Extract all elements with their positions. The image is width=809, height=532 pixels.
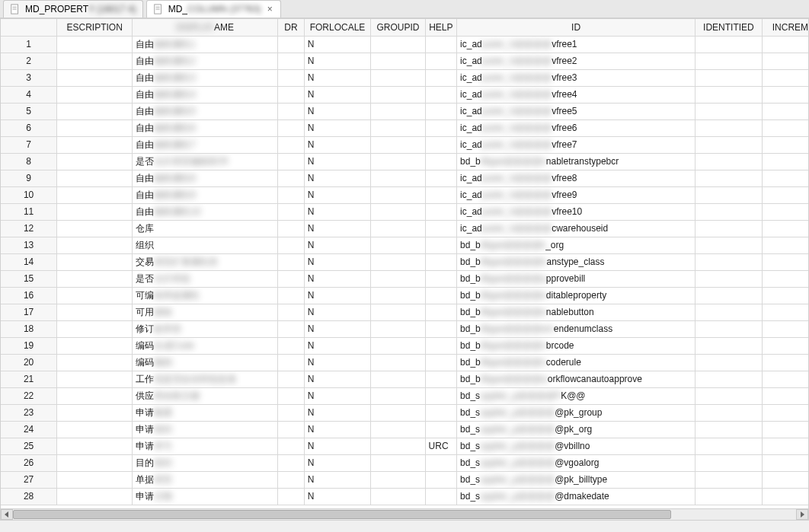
- cell-help[interactable]: [425, 153, 456, 170]
- cell-dr[interactable]: [278, 304, 305, 320]
- cell-description[interactable]: [57, 421, 133, 438]
- row-number[interactable]: 26: [1, 454, 57, 471]
- cell-help[interactable]: [425, 421, 456, 438]
- cell-groupid[interactable]: [371, 287, 425, 304]
- cell-incrementseed[interactable]: [762, 69, 809, 86]
- cell-forlocale[interactable]: N: [304, 387, 370, 404]
- cell-help[interactable]: [425, 203, 456, 220]
- cell-help[interactable]: [425, 237, 456, 253]
- row-number[interactable]: 14: [1, 253, 57, 270]
- cell-id[interactable]: bd_supplier_p@@@@@vgoalorg: [457, 454, 695, 471]
- cell-help[interactable]: [425, 371, 456, 387]
- cell-dr[interactable]: [278, 471, 305, 488]
- cell-dr[interactable]: [278, 136, 305, 153]
- cell-groupid[interactable]: [371, 488, 425, 505]
- cell-help[interactable]: [425, 471, 456, 488]
- cell-description[interactable]: [57, 304, 133, 320]
- cell-forlocale[interactable]: N: [304, 404, 370, 421]
- cell-id[interactable]: ic_adjuster_h@@@@vfree5: [457, 103, 695, 119]
- table-row[interactable]: 6自由辅助属性6Nic_adjuster_h@@@@vfree6: [1, 119, 809, 136]
- cell-description[interactable]: [57, 371, 133, 387]
- cell-id[interactable]: bd_supplier_p@@@@@pk_group: [457, 404, 695, 421]
- cell-groupid[interactable]: [371, 320, 425, 337]
- table-row[interactable]: 21工作流是否自动审批批准Nbd_billtype@@@@workflowcan…: [1, 371, 809, 387]
- cell-forlocale[interactable]: N: [304, 69, 370, 86]
- cell-dr[interactable]: [278, 69, 305, 86]
- cell-groupid[interactable]: [371, 136, 425, 153]
- cell-dr[interactable]: [278, 220, 305, 237]
- cell-incrementseed[interactable]: [762, 438, 809, 454]
- cell-incrementseed[interactable]: [762, 153, 809, 170]
- cell-groupid[interactable]: [371, 186, 425, 203]
- cell-groupid[interactable]: [371, 438, 425, 454]
- table-row[interactable]: 5自由辅助属性5Nic_adjuster_h@@@@vfree5: [1, 103, 809, 119]
- cell-description[interactable]: [57, 287, 133, 304]
- row-number[interactable]: 22: [1, 387, 57, 404]
- table-row[interactable]: 12仓库Nic_adjuster_h@@@@cwarehouseid: [1, 220, 809, 237]
- cell-description[interactable]: [57, 103, 133, 119]
- cell-incrementseed[interactable]: [762, 337, 809, 354]
- row-number[interactable]: 10: [1, 186, 57, 203]
- cell-groupid[interactable]: [371, 36, 425, 53]
- cell-description[interactable]: [57, 203, 133, 220]
- cell-groupid[interactable]: [371, 304, 425, 320]
- cell-description[interactable]: [57, 354, 133, 371]
- close-icon[interactable]: ×: [266, 5, 274, 14]
- cell-displayname[interactable]: 编码生成Code: [133, 337, 278, 354]
- row-number[interactable]: 2: [1, 53, 57, 69]
- cell-dr[interactable]: [278, 404, 305, 421]
- cell-identitied[interactable]: [695, 354, 762, 371]
- table-row[interactable]: 1自由辅助属性1Nic_adjuster_h@@@@vfree1: [1, 36, 809, 53]
- cell-identitied[interactable]: [695, 36, 762, 53]
- cell-id[interactable]: bd_billtype@@@@enabletranstypebcr: [457, 153, 695, 170]
- row-number[interactable]: 7: [1, 136, 57, 153]
- cell-id[interactable]: bd_billtype@@@@enablebutton: [457, 304, 695, 320]
- cell-identitied[interactable]: [695, 203, 762, 220]
- cell-forlocale[interactable]: N: [304, 36, 370, 53]
- cell-id[interactable]: ic_adjuster_h@@@@cwarehouseid: [457, 220, 695, 237]
- cell-incrementseed[interactable]: [762, 203, 809, 220]
- cell-dr[interactable]: [278, 103, 305, 119]
- cell-displayname[interactable]: 是否允许类型编辑BCR: [133, 153, 278, 170]
- cell-help[interactable]: [425, 253, 456, 270]
- cell-groupid[interactable]: [371, 253, 425, 270]
- cell-dr[interactable]: [278, 86, 305, 103]
- table-row[interactable]: 16可编辑单据属性Nbd_billtype@@@@editablepropert…: [1, 287, 809, 304]
- cell-identitied[interactable]: [695, 404, 762, 421]
- row-number[interactable]: 18: [1, 320, 57, 337]
- cell-id[interactable]: ic_adjuster_h@@@@vfree3: [457, 69, 695, 86]
- cell-dr[interactable]: [278, 387, 305, 404]
- cell-incrementseed[interactable]: [762, 103, 809, 119]
- cell-displayname[interactable]: 交易类型扩展属性类: [133, 253, 278, 270]
- cell-description[interactable]: [57, 320, 133, 337]
- scroll-right-arrow-icon[interactable]: [796, 509, 808, 520]
- col-identitied[interactable]: IDENTITIED: [695, 19, 762, 36]
- cell-help[interactable]: [425, 53, 456, 69]
- cell-identitied[interactable]: [695, 170, 762, 186]
- cell-groupid[interactable]: [371, 237, 425, 253]
- cell-incrementseed[interactable]: [762, 36, 809, 53]
- row-number[interactable]: 5: [1, 103, 57, 119]
- cell-identitied[interactable]: [695, 304, 762, 320]
- cell-dr[interactable]: [278, 203, 305, 220]
- row-number[interactable]: 9: [1, 170, 57, 186]
- cell-description[interactable]: [57, 404, 133, 421]
- cell-incrementseed[interactable]: [762, 186, 809, 203]
- cell-id[interactable]: bd_billtype@@@@nbrcode: [457, 337, 695, 354]
- cell-forlocale[interactable]: N: [304, 337, 370, 354]
- cell-description[interactable]: [57, 237, 133, 253]
- cell-id[interactable]: bd_billtype@@@@approvebill: [457, 270, 695, 287]
- cell-identitied[interactable]: [695, 454, 762, 471]
- cell-identitied[interactable]: [695, 186, 762, 203]
- cell-id[interactable]: bd_supplier_p@@@@@dmakedate: [457, 488, 695, 505]
- row-number[interactable]: 17: [1, 304, 57, 320]
- cell-incrementseed[interactable]: [762, 488, 809, 505]
- cell-groupid[interactable]: [371, 103, 425, 119]
- cell-help[interactable]: [425, 387, 456, 404]
- scroll-left-arrow-icon[interactable]: [1, 509, 13, 520]
- table-row[interactable]: 18修订枚举类Nbd_billtype@@@@emendenumclass: [1, 320, 809, 337]
- row-number[interactable]: 24: [1, 421, 57, 438]
- table-row[interactable]: 28申请日期Nbd_supplier_p@@@@@dmakedate: [1, 488, 809, 505]
- col-incrementseed[interactable]: INCREMENTSEED: [762, 19, 809, 36]
- cell-help[interactable]: [425, 86, 456, 103]
